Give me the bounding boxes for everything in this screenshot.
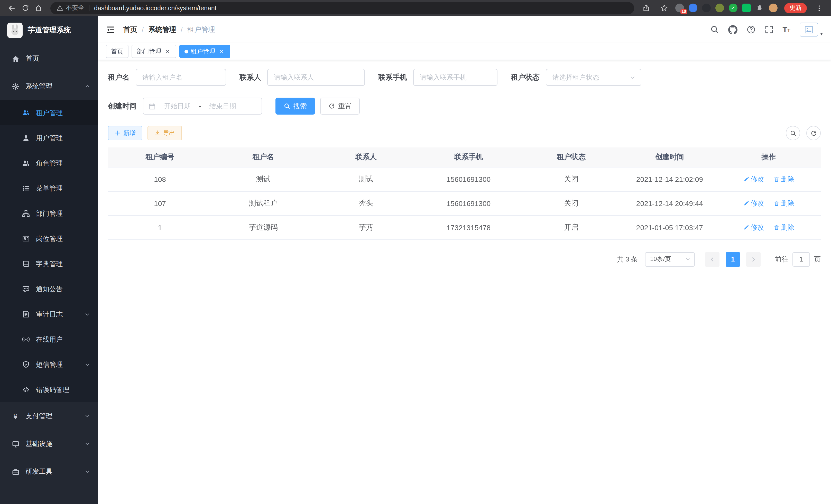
page-number-current[interactable]: 1 — [726, 252, 740, 266]
export-button[interactable]: 导出 — [147, 126, 182, 140]
tab-close-icon[interactable]: × — [164, 48, 171, 55]
share-button[interactable] — [639, 1, 653, 14]
tab-tenant[interactable]: 租户管理 × — [179, 45, 230, 58]
extension-icon[interactable] — [689, 4, 697, 12]
sidebar-item-role[interactable]: 角色管理 — [0, 151, 98, 176]
extension-icon[interactable] — [742, 4, 751, 12]
help-button[interactable] — [746, 25, 755, 34]
delete-button[interactable]: 删除 — [773, 199, 794, 208]
sidebar-item-label: 字典管理 — [36, 259, 90, 268]
sidebar-item-system[interactable]: 系统管理 — [0, 72, 98, 100]
contact-input[interactable] — [267, 69, 365, 86]
warning-icon — [57, 5, 63, 11]
breadcrumb-item[interactable]: 首页 — [123, 25, 137, 34]
font-size-icon: T — [782, 26, 787, 33]
sidebar-item-pay[interactable]: ¥ 支付管理 — [0, 402, 98, 430]
edit-button[interactable]: 修改 — [743, 174, 764, 184]
sidebar-item-online-user[interactable]: 在线用户 — [0, 327, 98, 352]
reset-button[interactable]: 重置 — [320, 98, 360, 115]
back-icon — [8, 4, 16, 12]
tenant-name-input[interactable] — [136, 69, 226, 86]
url-text: dashboard.yudao.iocoder.cn/system/tenant — [94, 4, 217, 11]
page-size-select[interactable]: 10条/页 — [645, 252, 695, 266]
breadcrumb-item[interactable]: 系统管理 — [148, 25, 176, 34]
date-end-input[interactable] — [204, 102, 241, 110]
extensions-puzzle-button[interactable] — [755, 4, 764, 12]
prev-page-button[interactable] — [705, 252, 719, 266]
trash-icon — [773, 224, 779, 230]
user-avatar — [800, 23, 818, 36]
sidebar-item-post[interactable]: 岗位管理 — [0, 226, 98, 251]
edit-button[interactable]: 修改 — [743, 199, 764, 208]
chrome-update-button[interactable]: 更新 — [784, 3, 807, 13]
date-range-picker[interactable]: - — [143, 98, 262, 115]
search-button[interactable]: 搜索 — [276, 98, 315, 115]
sidebar-item-errcode[interactable]: 错误码管理 — [0, 377, 98, 402]
sidebar-toggle-button[interactable] — [106, 25, 115, 34]
sidebar-item-devtool[interactable]: 研发工具 — [0, 458, 98, 485]
cell-contact: 芋艿 — [315, 215, 417, 239]
breadcrumb-separator: / — [142, 26, 144, 33]
extension-icon[interactable]: ✓ — [729, 4, 738, 12]
delete-button[interactable]: 删除 — [773, 174, 794, 184]
github-button[interactable] — [728, 25, 737, 34]
tenant-icon — [22, 109, 30, 117]
date-start-input[interactable] — [159, 102, 196, 110]
chevron-down-icon — [685, 256, 691, 262]
delete-button[interactable]: 删除 — [773, 223, 794, 232]
refresh-table-button[interactable] — [806, 126, 821, 140]
cell-actions: 修改 删除 — [717, 191, 821, 215]
next-page-button[interactable] — [746, 252, 761, 266]
org-tree-icon — [22, 209, 30, 217]
sidebar-item-notice[interactable]: 通知公告 — [0, 276, 98, 302]
sidebar-item-tenant[interactable]: 租户管理 — [0, 100, 98, 125]
sidebar-item-home[interactable]: 首页 — [0, 45, 98, 72]
sidebar-item-sms[interactable]: 短信管理 — [0, 352, 98, 377]
sidebar-item-label: 错误码管理 — [36, 385, 90, 394]
extension-icon[interactable] — [702, 4, 711, 12]
address-bar[interactable]: 不安全 dashboard.yudao.iocoder.cn/system/te… — [50, 2, 634, 14]
tab-dept[interactable]: 部门管理 × — [132, 45, 176, 58]
search-icon — [284, 103, 290, 110]
extension-icon[interactable] — [715, 4, 724, 12]
font-size-button[interactable]: TT — [782, 26, 791, 33]
chevron-down-icon — [84, 441, 90, 447]
phone-input[interactable] — [413, 69, 497, 86]
user-menu[interactable]: ▾ — [800, 23, 823, 36]
browser-menu-button[interactable] — [812, 1, 826, 14]
site-security[interactable]: 不安全 — [57, 4, 84, 12]
edit-button[interactable]: 修改 — [743, 223, 764, 232]
filter-label: 联系人 — [239, 73, 267, 82]
sidebar-item-user[interactable]: 用户管理 — [0, 125, 98, 151]
goto-page-input[interactable] — [793, 252, 810, 266]
sidebar-item-dict[interactable]: 字典管理 — [0, 251, 98, 276]
browser-home-button[interactable] — [32, 1, 45, 14]
sidebar-item-audit-log[interactable]: 审计日志 — [0, 302, 98, 327]
status-select[interactable]: 请选择租户状态 — [546, 69, 641, 86]
chevron-down-icon — [84, 311, 90, 317]
app-logo[interactable]: 芋道管理系统 — [0, 16, 98, 45]
add-button[interactable]: 新增 — [108, 126, 142, 140]
active-tab-dot — [184, 50, 188, 53]
filter-row-1: 租户名 联系人 联系手机 租户状态 请选择租户状态 — [108, 69, 821, 86]
fullscreen-button[interactable] — [765, 25, 773, 34]
col-header-status: 租户状态 — [520, 147, 622, 167]
tab-label: 部门管理 — [137, 47, 161, 56]
browser-back-button[interactable] — [5, 1, 19, 14]
sidebar-item-infra[interactable]: 基础设施 — [0, 430, 98, 458]
extension-icon[interactable]: 10 — [675, 4, 684, 12]
chevron-down-icon — [84, 413, 90, 419]
edit-label: 修改 — [751, 223, 764, 232]
hide-search-button[interactable] — [786, 126, 800, 140]
col-header-name: 租户名 — [212, 147, 315, 167]
sidebar-item-label: 研发工具 — [26, 467, 78, 476]
sidebar-item-menu[interactable]: 菜单管理 — [0, 176, 98, 201]
sidebar-item-dept[interactable]: 部门管理 — [0, 201, 98, 226]
browser-refresh-button[interactable] — [19, 1, 32, 14]
bookmark-button[interactable] — [657, 1, 671, 14]
chevron-down-icon — [630, 74, 636, 80]
tab-close-icon[interactable]: × — [218, 48, 225, 55]
profile-avatar[interactable] — [769, 4, 778, 12]
header-search-button[interactable] — [710, 25, 719, 34]
tab-home[interactable]: 首页 — [106, 45, 128, 58]
